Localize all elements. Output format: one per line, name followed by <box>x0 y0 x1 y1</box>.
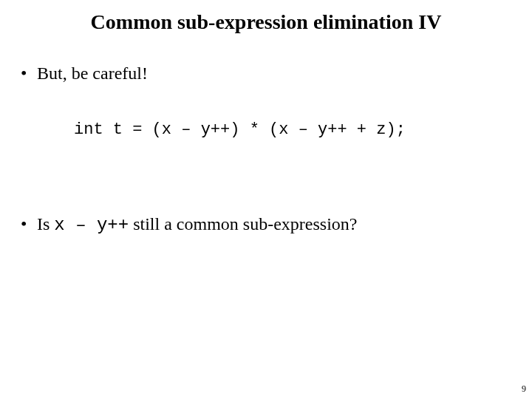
slide: Common sub-expression elimination IV • B… <box>0 0 532 399</box>
slide-title: Common sub-expression elimination IV <box>0 10 532 34</box>
bullet-1: • But, be careful! <box>21 64 148 83</box>
bullet-2-code: x – y++ <box>54 215 129 235</box>
code-line: int t = (x – y++) * (x – y++ + z); <box>74 120 406 139</box>
bullet-dot-icon: • <box>21 214 37 234</box>
bullet-2-text: Is x – y++ still a common sub-expression… <box>37 214 357 235</box>
bullet-dot-icon: • <box>21 64 37 83</box>
bullet-1-text: But, be careful! <box>37 64 148 83</box>
bullet-2-post: still a common sub-expression? <box>129 214 357 233</box>
page-number: 9 <box>522 383 526 395</box>
bullet-2: • Is x – y++ still a common sub-expressi… <box>21 214 357 235</box>
bullet-2-pre: Is <box>37 214 54 233</box>
